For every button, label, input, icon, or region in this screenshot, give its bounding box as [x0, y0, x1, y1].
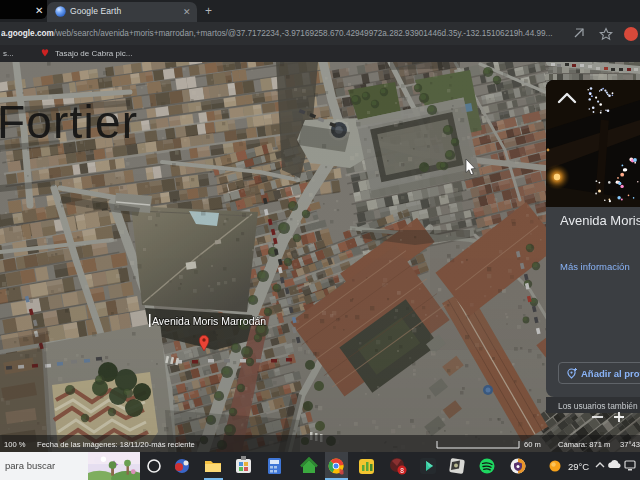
svg-text:Fortier: Fortier	[0, 96, 138, 148]
svg-text:Avenida Moris Marrodán: Avenida Moris Marrodán	[152, 315, 266, 327]
svg-text:8: 8	[400, 467, 404, 474]
svg-text:29°C: 29°C	[568, 461, 589, 472]
